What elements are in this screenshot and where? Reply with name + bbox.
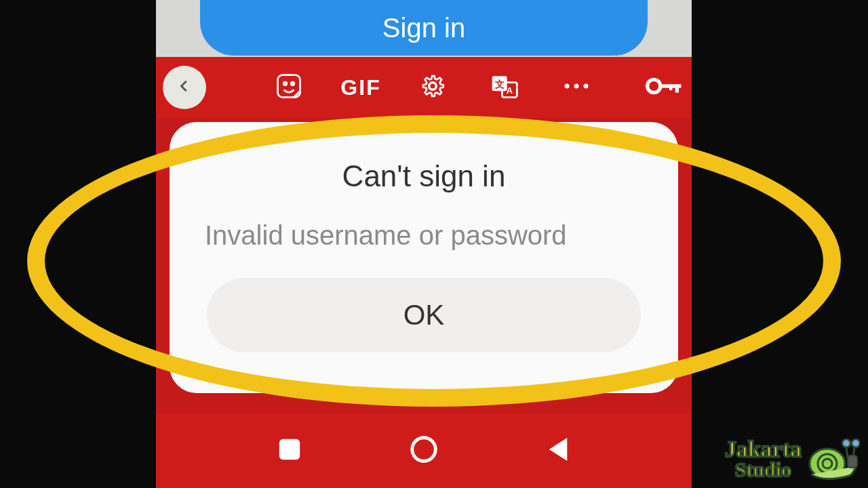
svg-point-1	[283, 82, 287, 85]
nav-recent-button[interactable]	[277, 436, 302, 465]
svg-text:A: A	[507, 85, 513, 96]
translate-button[interactable]: 文 A	[488, 71, 521, 104]
svg-point-7	[565, 84, 570, 89]
triangle-left-icon	[545, 435, 571, 466]
dialog-message: Invalid username or password	[205, 220, 567, 251]
svg-rect-14	[279, 439, 300, 460]
ok-label: OK	[403, 299, 445, 331]
sign-in-label: Sign in	[382, 13, 465, 43]
password-key-button[interactable]	[648, 71, 681, 104]
sign-in-button[interactable]: Sign in	[200, 0, 648, 56]
sticker-button[interactable]	[273, 71, 305, 104]
watermark-line1: Jakarta	[725, 439, 802, 460]
dialog-card: Can't sign in Invalid username or passwo…	[170, 122, 678, 393]
nav-home-button[interactable]	[408, 434, 439, 468]
keyboard-back-button[interactable]	[163, 66, 206, 109]
settings-button[interactable]	[416, 71, 449, 104]
sticker-icon	[274, 71, 304, 104]
svg-point-2	[291, 82, 294, 85]
watermark-line2: Studio	[725, 460, 802, 479]
watermark-text: Jakarta Studio	[725, 439, 802, 479]
chevron-left-icon	[177, 76, 192, 99]
svg-point-8	[574, 84, 579, 89]
svg-text:文: 文	[494, 79, 505, 89]
page-header-area: Sign in	[156, 0, 692, 57]
svg-point-20	[852, 439, 860, 447]
svg-rect-13	[669, 84, 672, 90]
square-icon	[277, 436, 302, 465]
svg-point-15	[412, 438, 436, 462]
more-horizontal-icon	[562, 81, 591, 94]
svg-point-9	[584, 84, 589, 89]
svg-point-19	[842, 439, 850, 447]
translate-icon: 文 A	[490, 71, 519, 104]
gear-icon	[418, 72, 447, 103]
snail-mascot-icon	[806, 435, 860, 483]
watermark: Jakarta Studio	[725, 435, 860, 483]
gif-button[interactable]: GIF	[344, 71, 377, 104]
key-icon	[646, 76, 684, 99]
more-button[interactable]	[560, 71, 593, 104]
nav-back-button[interactable]	[545, 435, 571, 466]
error-dialog: Can't sign in Invalid username or passwo…	[170, 122, 678, 393]
svg-rect-23	[848, 455, 857, 468]
gif-icon: GIF	[340, 75, 380, 100]
svg-rect-12	[675, 84, 679, 92]
svg-point-10	[648, 79, 660, 92]
dialog-title: Can't sign in	[342, 159, 506, 193]
circle-icon	[408, 434, 439, 468]
keyboard-toolbar: GIF 文 A	[156, 57, 692, 118]
android-nav-bar	[156, 413, 692, 488]
ok-button[interactable]: OK	[207, 278, 641, 352]
